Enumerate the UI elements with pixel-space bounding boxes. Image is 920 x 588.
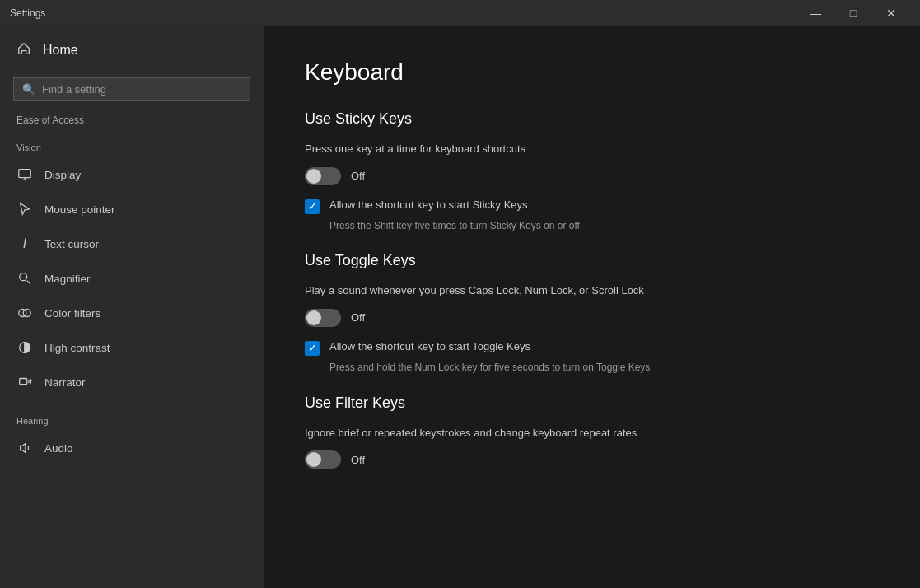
page-title: Keyboard [305,59,879,86]
titlebar-controls: — □ ✕ [796,0,910,26]
magnifier-icon [16,270,33,287]
filter-keys-desc: Ignore brief or repeated keystrokes and … [305,425,879,441]
sidebar-item-display[interactable]: Display [0,157,264,192]
main-content: Keyboard Use Sticky Keys Press one key a… [264,26,920,588]
maximize-button[interactable]: □ [834,0,872,26]
sticky-keys-toggle[interactable] [305,167,341,185]
svg-rect-0 [19,170,30,178]
search-box[interactable]: 🔍 [13,77,250,101]
sticky-keys-hint: Press the Shift key five times to turn S… [329,219,879,233]
sidebar-item-magnifier[interactable]: Magnifier [0,261,264,296]
hearing-section-label: Hearing [0,408,264,431]
sidebar-item-label: Magnifier [44,273,91,285]
toggle-knob [306,310,321,325]
sidebar-item-audio[interactable]: Audio [0,431,264,465]
toggle-keys-hint: Press and hold the Num Lock key for five… [329,361,879,375]
sticky-keys-desc: Press one key at a time for keyboard sho… [305,141,879,157]
titlebar-title: Settings [10,7,796,19]
sticky-keys-checkbox-row: ✓ Allow the shortcut key to start Sticky… [305,198,879,214]
filter-keys-toggle-label: Off [351,454,365,466]
svg-point-3 [23,310,30,317]
toggle-keys-toggle[interactable] [305,309,341,327]
display-icon [16,166,33,183]
sidebar-item-label: Audio [44,442,73,455]
sticky-keys-toggle-label: Off [351,170,365,182]
sidebar-item-label: Narrator [44,376,86,389]
sidebar: Home 🔍 Ease of Access Vision Display Mou… [0,26,264,588]
text-cursor-icon: I [16,236,33,252]
search-icon: 🔍 [22,83,35,96]
close-button[interactable]: ✕ [872,0,910,26]
filter-keys-toggle-row: Off [305,450,879,469]
app-body: Home 🔍 Ease of Access Vision Display Mou… [0,26,920,588]
sidebar-item-color-filters[interactable]: Color filters [0,296,264,330]
sidebar-item-label: Mouse pointer [44,203,115,216]
home-label: Home [43,43,78,58]
toggle-keys-title: Use Toggle Keys [305,252,879,269]
audio-icon [16,440,33,456]
checkmark-icon: ✓ [308,343,317,353]
filter-keys-toggle[interactable] [305,450,341,469]
sticky-keys-title: Use Sticky Keys [305,110,879,128]
toggle-knob [306,452,321,467]
toggle-keys-toggle-row: Off [305,309,879,327]
svg-rect-5 [20,379,27,385]
breadcrumb: Ease of Access [0,111,264,134]
sidebar-item-label: Text cursor [44,238,99,250]
toggle-keys-checkbox-label: Allow the shortcut key to start Toggle K… [329,340,530,352]
color-filters-icon [16,305,33,321]
sticky-keys-checkbox-label: Allow the shortcut key to start Sticky K… [329,198,528,211]
sidebar-item-home[interactable]: Home [0,26,264,74]
sidebar-item-label: Color filters [44,307,100,320]
high-contrast-icon [16,339,33,356]
titlebar: Settings — □ ✕ [0,0,920,26]
minimize-button[interactable]: — [796,0,834,26]
sidebar-item-label: High contrast [44,342,110,354]
checkmark-icon: ✓ [308,201,317,212]
home-icon [16,41,31,59]
sidebar-item-label: Display [44,169,81,181]
sticky-keys-toggle-row: Off [305,167,879,185]
toggle-keys-toggle-label: Off [351,311,365,324]
sidebar-item-mouse-pointer[interactable]: Mouse pointer [0,192,264,226]
toggle-keys-checkbox-row: ✓ Allow the shortcut key to start Toggle… [305,340,879,356]
toggle-keys-desc: Play a sound whenever you press Caps Loc… [305,282,879,299]
narrator-icon [16,374,33,390]
mouse-pointer-icon [16,201,33,217]
sidebar-item-high-contrast[interactable]: High contrast [0,330,264,365]
sticky-keys-checkbox[interactable]: ✓ [305,199,320,214]
sidebar-item-narrator[interactable]: Narrator [0,365,264,399]
toggle-keys-checkbox[interactable]: ✓ [305,341,320,356]
search-input[interactable] [42,83,241,96]
sidebar-item-text-cursor[interactable]: I Text cursor [0,226,264,261]
toggle-knob [306,169,321,184]
svg-point-1 [20,273,27,281]
filter-keys-title: Use Filter Keys [305,394,879,412]
vision-section-label: Vision [0,134,264,157]
